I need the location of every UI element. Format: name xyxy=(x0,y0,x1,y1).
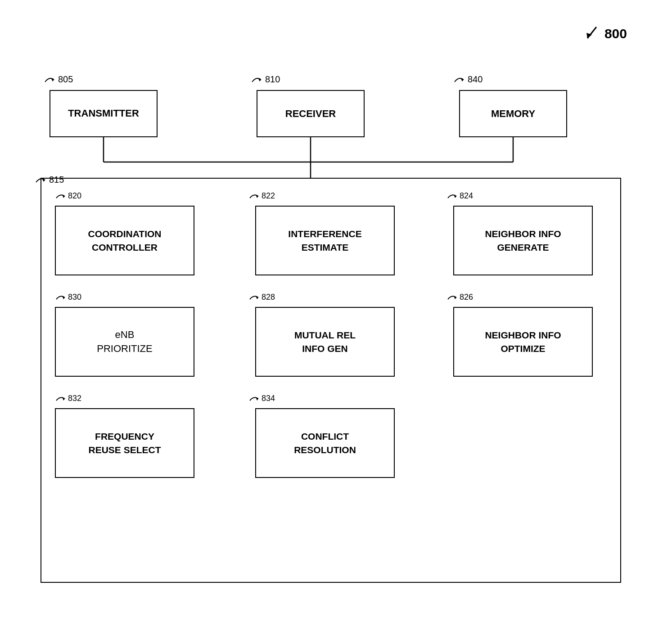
conflict-resolution-box: CONFLICTRESOLUTION xyxy=(255,408,395,478)
curve-822-icon xyxy=(248,192,260,200)
transmitter-box: TRANSMITTER xyxy=(50,90,158,137)
label-840: 840 xyxy=(452,74,483,85)
neighbor-info-optimize-box: NEIGHBOR INFOOPTIMIZE xyxy=(453,307,593,377)
mutual-rel-info-gen-box: MUTUAL RELINFO GEN xyxy=(255,307,395,377)
enb-prioritize-box: eNBPRIORITIZE xyxy=(55,307,194,377)
frequency-reuse-select-box: FREQUENCYREUSE SELECT xyxy=(55,408,194,478)
curve-810-icon xyxy=(250,75,263,84)
curve-832-icon xyxy=(55,395,67,403)
coordination-controller-box: COORDINATIONCONTROLLER xyxy=(55,206,194,275)
diagram-container: 800 805 TRANSMITTER 810 RECEIVER 840 MEM… xyxy=(0,0,672,617)
label-830: 830 xyxy=(55,293,81,302)
label-832: 832 xyxy=(55,394,81,403)
main-processor-box: 820 COORDINATIONCONTROLLER 822 INTERFERE… xyxy=(41,178,621,583)
curve-805-icon xyxy=(43,75,56,84)
interference-estimate-box: INTERFERENCEESTIMATE xyxy=(255,206,395,275)
label-828: 828 xyxy=(248,293,275,302)
receiver-box: RECEIVER xyxy=(257,90,365,137)
label-834: 834 xyxy=(248,394,275,403)
curve-840-icon xyxy=(452,75,466,84)
label-820: 820 xyxy=(55,191,81,201)
fig-number-label: 800 xyxy=(604,26,627,41)
curve-824-icon xyxy=(446,192,458,200)
neighbor-info-generate-box: NEIGHBOR INFOGENERATE xyxy=(453,206,593,275)
arrow-icon xyxy=(583,25,601,43)
curve-834-icon xyxy=(248,395,260,403)
memory-box: MEMORY xyxy=(459,90,567,137)
curve-830-icon xyxy=(55,293,67,302)
curve-828-icon xyxy=(248,293,260,302)
figure-number: 800 xyxy=(583,25,627,43)
curve-826-icon xyxy=(446,293,458,302)
label-826: 826 xyxy=(446,293,473,302)
label-822: 822 xyxy=(248,191,275,201)
label-805: 805 xyxy=(43,74,73,85)
curve-820-icon xyxy=(55,192,67,200)
label-824: 824 xyxy=(446,191,473,201)
label-810: 810 xyxy=(250,74,280,85)
